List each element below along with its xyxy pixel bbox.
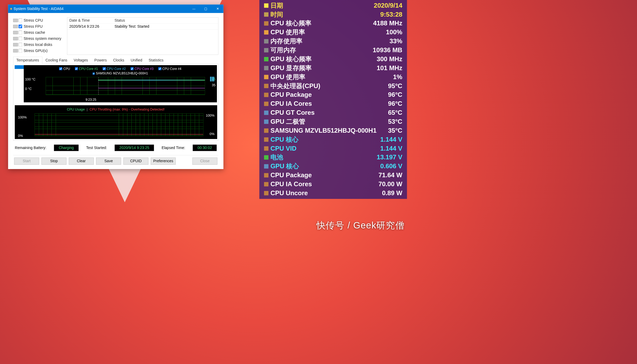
sensor-checkbox[interactable] xyxy=(75,67,78,70)
battery-value: Charging xyxy=(54,145,79,151)
sensor-label: CPU xyxy=(63,67,70,71)
stress-checkbox-5[interactable] xyxy=(18,49,22,52)
graph-tabs: TemperaturesCooling FansVoltagesPowersCl… xyxy=(13,56,218,64)
overlay-row: 时间9:53:28 xyxy=(264,10,402,19)
flame-icon: ♦ xyxy=(10,6,12,11)
overlay-row: CPU 核心频率4188 MHz xyxy=(264,19,402,28)
start-button[interactable]: Start xyxy=(14,157,39,165)
sensor-checkbox[interactable] xyxy=(158,67,161,70)
sensor-value: 95°C xyxy=(388,82,402,89)
tab-unified[interactable]: Unified xyxy=(127,56,145,64)
sensor-value: 96°C xyxy=(388,100,402,107)
stress-icon xyxy=(13,37,18,40)
sensor-name: 可用内存 xyxy=(270,46,373,55)
stress-checkbox-0[interactable] xyxy=(18,18,22,22)
overlay-row: CPU IA Cores96°C xyxy=(264,99,402,108)
sensor-value: 35°C xyxy=(388,127,402,134)
overlay-row: CPU 核心1.144 V xyxy=(264,135,402,144)
sensor-value: 1.144 V xyxy=(380,145,402,152)
overlay-row: GPU 二极管53°C xyxy=(264,117,402,126)
throttling-label: CPU Throttling (max: 9%) - Overheating D… xyxy=(89,107,165,111)
sensor-name: CPU IA Cores xyxy=(270,180,378,188)
stress-icon xyxy=(13,19,18,22)
stress-checkbox-4[interactable] xyxy=(18,43,22,46)
sensor-checkbox[interactable] xyxy=(59,67,63,70)
sensor-icon xyxy=(264,3,269,8)
window-title: System Stability Test - AIDA64 xyxy=(13,7,64,11)
tab-powers[interactable]: Powers xyxy=(91,56,110,64)
sensor-checkbox[interactable] xyxy=(130,67,134,70)
sensor-name: SAMSUNG MZVLB512HBJQ-000H1 xyxy=(270,127,388,134)
usage-label: CPU Usage xyxy=(67,107,85,111)
sensor-icon xyxy=(264,137,269,142)
sensor-name: 时间 xyxy=(270,10,380,19)
status-row: Remaining Battery: Charging Test Started… xyxy=(13,141,218,153)
sensor-label: CPU Core #1 xyxy=(79,67,98,71)
sensor-checkbox[interactable] xyxy=(103,67,106,70)
stress-label: Stress cache xyxy=(23,30,45,35)
sensor-value: 71.64 W xyxy=(378,172,402,179)
overlay-row: 内存使用率33% xyxy=(264,37,402,46)
sensor-name: GPU 二极管 xyxy=(270,117,388,126)
sensor-name: CPU Package xyxy=(270,91,388,98)
sensor-name: GPU 使用率 xyxy=(270,73,393,81)
clear-button[interactable]: Clear xyxy=(69,157,94,165)
started-value: 2020/9/14 9:23:25 xyxy=(115,145,154,151)
temp-plot xyxy=(46,77,205,95)
sensor-icon xyxy=(264,84,269,88)
stress-checkbox-1[interactable] xyxy=(18,25,22,28)
maximize-button[interactable]: ▢ xyxy=(200,4,212,13)
log-col-datetime: Date & Time xyxy=(67,18,115,23)
sensor-value: 300 MHz xyxy=(377,55,402,63)
stress-label: Stress FPU xyxy=(23,24,42,29)
sensor-icon xyxy=(264,173,269,178)
overlay-row: 电池13.197 V xyxy=(264,153,402,162)
tab-voltages[interactable]: Voltages xyxy=(70,56,91,64)
tab-statistics[interactable]: Statistics xyxy=(145,56,167,64)
sensor-name: CPU IA Cores xyxy=(270,100,388,107)
sensor-value: 101 MHz xyxy=(377,64,402,71)
sensor-name: 中央处理器(CPU) xyxy=(270,82,388,90)
device-checkbox[interactable] xyxy=(93,72,95,74)
watermark: 快传号 / Geek研究僧 xyxy=(316,219,405,232)
sensor-icon xyxy=(264,39,269,44)
tab-temperatures[interactable]: Temperatures xyxy=(13,57,42,64)
overlay-row: CPU Package96°C xyxy=(264,90,402,99)
sensor-icon xyxy=(264,164,269,169)
u-y-0: 0% xyxy=(18,134,27,138)
titlebar[interactable]: ♦ System Stability Test - AIDA64 — ▢ ✕ xyxy=(8,4,224,13)
overlay-row: CPU 使用率100% xyxy=(264,28,402,37)
sensor-icon xyxy=(264,155,269,160)
sensor-icon xyxy=(264,30,269,35)
tab-clocks[interactable]: Clocks xyxy=(110,56,127,64)
y-label-0: 0 °C xyxy=(25,87,35,91)
overlay-row: GPU 核心0.606 V xyxy=(264,162,402,171)
stress-icon xyxy=(13,31,18,34)
overlay-row: CPU GT Cores65°C xyxy=(264,108,402,117)
cpuid-button[interactable]: CPUID xyxy=(123,157,149,165)
sensor-icon xyxy=(264,12,269,17)
sensor-icon xyxy=(264,93,269,97)
elapsed-label: Elapsed Time: xyxy=(162,146,185,150)
save-button[interactable]: Save xyxy=(96,157,121,165)
stress-label: Stress GPU(s) xyxy=(23,49,47,53)
stress-icon xyxy=(13,49,18,52)
stress-checkbox-2[interactable] xyxy=(18,31,22,34)
sensor-label: CPU Core #4 xyxy=(162,67,181,71)
minimize-button[interactable]: — xyxy=(188,4,200,13)
close-button[interactable]: Close xyxy=(192,157,217,165)
stress-options: Stress CPUStress FPUStress cacheStress s… xyxy=(13,17,65,55)
preferences-button[interactable]: Preferences xyxy=(151,157,176,165)
close-button[interactable]: ✕ xyxy=(212,4,224,13)
sensor-name: CPU GT Cores xyxy=(270,109,388,116)
sensor-icon xyxy=(264,191,269,195)
sensor-name: GPU 核心 xyxy=(270,162,380,171)
stress-label: Stress CPU xyxy=(23,18,43,23)
sensor-name: CPU Uncore xyxy=(270,189,382,197)
sensor-value: 13.197 V xyxy=(377,154,402,161)
sensor-icon xyxy=(264,57,269,61)
stop-button[interactable]: Stop xyxy=(41,157,66,165)
tab-cooling-fans[interactable]: Cooling Fans xyxy=(42,56,70,64)
sensor-icon xyxy=(264,119,269,124)
stress-checkbox-3[interactable] xyxy=(18,37,22,40)
